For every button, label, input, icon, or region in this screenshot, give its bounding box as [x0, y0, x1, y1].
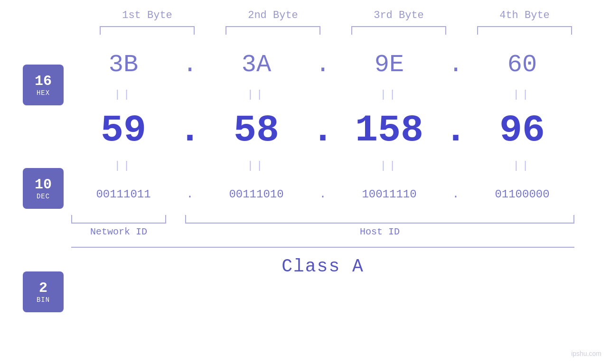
hex-dot-sym-3: .	[448, 51, 463, 79]
hex-badge-num: 16	[35, 74, 52, 89]
bin-cell-3: 10011110	[342, 188, 437, 201]
hex-row: 3B . 3A . 9E . 60	[71, 44, 574, 85]
hex-dot-sym-2: .	[315, 51, 330, 79]
hex-dot-3: .	[446, 51, 465, 79]
dec-dot-3: .	[446, 109, 465, 152]
badges-column: 16 HEX 10 DEC 2 BIN	[0, 44, 71, 312]
dec-dot-sym-2: .	[311, 109, 334, 152]
bin-cell-2: 00111010	[209, 188, 304, 201]
top-bracket-2	[225, 26, 320, 35]
bin-val-2: 00111010	[229, 188, 283, 201]
dec-val-2: 58	[234, 109, 279, 152]
hex-val-3: 9E	[375, 51, 404, 79]
top-bracket-3	[351, 26, 446, 35]
bin-badge-label: BIN	[37, 296, 50, 304]
hex-badge: 16 HEX	[23, 65, 64, 105]
eq2-cell-3: ||	[342, 160, 437, 172]
values-column: 3B . 3A . 9E . 60	[71, 44, 610, 312]
hex-val-4: 60	[507, 51, 537, 79]
dec-val-4: 96	[499, 109, 545, 152]
content-wrapper: 16 HEX 10 DEC 2 BIN 3B	[0, 44, 610, 312]
top-brackets	[84, 26, 588, 35]
host-id-label: Host ID	[185, 226, 574, 237]
bottom-brackets-wrapper: Network ID Host ID	[71, 215, 610, 237]
eq2-cell-1: ||	[76, 160, 171, 172]
bin-dot-3: .	[446, 188, 465, 201]
dec-cell-1: 59	[76, 109, 171, 152]
dec-cell-3: 158	[342, 109, 437, 152]
hex-dot-sym-1: .	[182, 51, 197, 79]
dec-cell-4: 96	[475, 109, 570, 152]
hex-cell-3: 9E	[342, 51, 437, 79]
dec-badge: 10 DEC	[23, 168, 64, 209]
hex-cell-2: 3A	[209, 51, 304, 79]
eq-cell-1: ||	[76, 89, 171, 101]
bin-val-3: 10011110	[362, 188, 416, 201]
byte-header-3: 3rd Byte	[351, 9, 446, 21]
hex-dot-2: .	[313, 51, 332, 79]
hex-badge-label: HEX	[37, 89, 50, 97]
class-section: Class A	[71, 247, 574, 277]
hex-val-2: 3A	[242, 51, 271, 79]
hex-cell-1: 3B	[76, 51, 171, 79]
byte-header-2: 2nd Byte	[225, 9, 320, 21]
top-bracket-1	[100, 26, 195, 35]
network-id-label: Network ID	[71, 226, 166, 237]
eq-cell-4: ||	[475, 89, 570, 101]
bin-cell-1: 00111011	[76, 188, 171, 201]
byte-headers-row: 1st Byte 2nd Byte 3rd Byte 4th Byte	[84, 9, 588, 21]
main-container: 1st Byte 2nd Byte 3rd Byte 4th Byte 16 H…	[0, 0, 610, 364]
id-labels-row: Network ID Host ID	[71, 226, 574, 237]
bottom-brackets-line-row	[71, 215, 574, 224]
bin-dot-sym-1: .	[187, 188, 193, 201]
dec-row: 59 . 58 . 158 . 96	[71, 104, 574, 156]
dec-badge-label: DEC	[37, 193, 50, 200]
bin-cell-4: 01100000	[475, 188, 570, 201]
hex-val-1: 3B	[109, 51, 138, 79]
hex-cell-4: 60	[475, 51, 570, 79]
dec-val-3: 158	[355, 109, 423, 152]
hex-dot-1: .	[180, 51, 199, 79]
dec-cell-2: 58	[209, 109, 304, 152]
byte-header-4: 4th Byte	[477, 9, 572, 21]
dec-dot-sym-3: .	[444, 109, 467, 152]
eq2-cell-4: ||	[475, 160, 570, 172]
host-bracket	[185, 215, 574, 224]
bin-badge-num: 2	[39, 280, 47, 296]
bin-row: 00111011 . 00111010 . 10011110 .	[71, 175, 574, 213]
byte-header-1: 1st Byte	[100, 9, 195, 21]
bin-dot-sym-3: .	[452, 188, 459, 201]
dec-dot-sym-1: .	[178, 109, 201, 152]
bin-dot-2: .	[313, 188, 332, 201]
dec-dot-2: .	[313, 109, 332, 152]
watermark: ipshu.com	[571, 350, 601, 357]
eq-cell-3: ||	[342, 89, 437, 101]
bin-dot-sym-2: .	[319, 188, 326, 201]
class-label: Class A	[282, 256, 364, 277]
equals-row-1: || || || ||	[71, 85, 574, 104]
bin-val-1: 00111011	[96, 188, 150, 201]
bin-dot-1: .	[180, 188, 199, 201]
bin-badge: 2 BIN	[23, 271, 64, 312]
equals-row-2: || || || ||	[71, 156, 574, 175]
top-bracket-4	[477, 26, 572, 35]
eq-cell-2: ||	[209, 89, 304, 101]
bin-val-4: 01100000	[495, 188, 549, 201]
eq2-cell-2: ||	[209, 160, 304, 172]
dec-dot-1: .	[180, 109, 199, 152]
dec-val-1: 59	[101, 109, 146, 152]
network-bracket	[71, 215, 166, 224]
dec-badge-num: 10	[35, 177, 52, 193]
